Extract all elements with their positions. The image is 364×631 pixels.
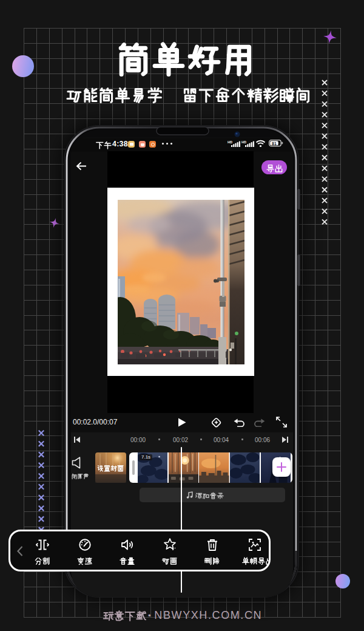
svg-text:81: 81 (272, 142, 277, 146)
